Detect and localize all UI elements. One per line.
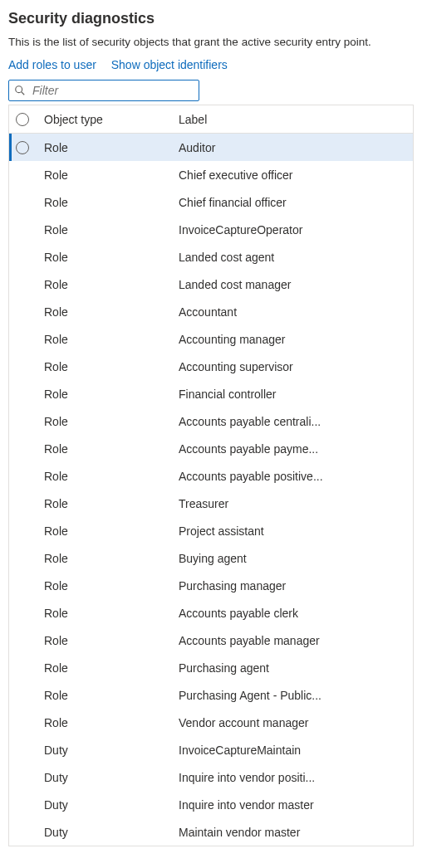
table-row[interactable]: RoleAccounting supervisor — [9, 353, 413, 380]
table-row[interactable]: RoleAuditor — [9, 134, 413, 161]
search-icon — [14, 85, 26, 96]
cell-object-type: Role — [44, 333, 179, 346]
cell-label: Accounts payable payme... — [179, 442, 413, 456]
cell-object-type: Role — [44, 579, 179, 592]
cell-object-type: Role — [44, 168, 179, 182]
table-row[interactable]: RolePurchasing Agent - Public... — [9, 681, 413, 709]
cell-object-type: Role — [44, 305, 179, 319]
cell-object-type: Role — [44, 251, 179, 264]
cell-label: Purchasing manager — [179, 579, 413, 592]
cell-label: Accounts payable clerk — [179, 607, 413, 620]
table-row[interactable]: RoleChief financial officer — [9, 188, 413, 216]
cell-object-type: Role — [44, 661, 179, 675]
table-row[interactable]: DutyInvoiceCaptureMaintain — [9, 736, 413, 763]
cell-label: Chief financial officer — [179, 196, 413, 209]
cell-object-type: Role — [44, 442, 179, 456]
cell-object-type: Role — [44, 415, 179, 428]
cell-label: Landed cost agent — [179, 251, 413, 264]
table-row[interactable]: RoleChief executive officer — [9, 161, 413, 188]
cell-label: Accounts payable centrali... — [179, 415, 413, 428]
cell-object-type: Role — [44, 634, 179, 647]
cell-label: Accounts payable manager — [179, 634, 413, 647]
cell-object-type: Role — [44, 716, 179, 729]
cell-object-type: Role — [44, 607, 179, 620]
table-row[interactable]: RoleLanded cost agent — [9, 243, 413, 271]
cell-label: Financial controller — [179, 388, 413, 401]
cell-object-type: Role — [44, 552, 179, 565]
cell-object-type: Role — [44, 689, 179, 702]
table-row[interactable]: DutyInquire into vendor positi... — [9, 763, 413, 791]
cell-object-type: Role — [44, 196, 179, 209]
table-row[interactable]: RoleBuying agent — [9, 544, 413, 572]
row-radio[interactable] — [16, 141, 29, 154]
table-row[interactable]: RoleLanded cost manager — [9, 271, 413, 298]
col-header-object-type[interactable]: Object type — [44, 113, 179, 126]
table-row[interactable]: RoleFinancial controller — [9, 380, 413, 407]
cell-object-type: Role — [44, 223, 179, 237]
row-select-cell[interactable] — [16, 141, 44, 154]
table-row[interactable]: RoleProject assistant — [9, 517, 413, 544]
cell-object-type: Duty — [44, 771, 179, 784]
cell-label: Accountant — [179, 305, 413, 319]
cell-label: Landed cost manager — [179, 278, 413, 291]
table-row[interactable]: RolePurchasing manager — [9, 572, 413, 599]
cell-label: Auditor — [179, 141, 413, 154]
cell-label: Chief executive officer — [179, 168, 413, 182]
cell-label: Inquire into vendor positi... — [179, 771, 413, 784]
cell-object-type: Role — [44, 470, 179, 483]
svg-point-0 — [16, 86, 22, 93]
cell-object-type: Role — [44, 388, 179, 401]
select-all-cell[interactable] — [16, 113, 44, 126]
cell-label: Accounts payable positive... — [179, 470, 413, 483]
table-row[interactable]: DutyMaintain vendor master — [9, 818, 413, 846]
select-all-radio[interactable] — [16, 113, 29, 126]
page-subtitle: This is the list of security objects tha… — [8, 36, 414, 48]
cell-object-type: Role — [44, 360, 179, 373]
table-row[interactable]: RoleAccounts payable clerk — [9, 599, 413, 627]
col-header-label[interactable]: Label — [179, 113, 413, 126]
add-roles-link[interactable]: Add roles to user — [8, 58, 96, 71]
cell-object-type: Duty — [44, 744, 179, 757]
cell-object-type: Duty — [44, 798, 179, 812]
cell-label: InvoiceCaptureMaintain — [179, 744, 413, 757]
cell-label: Purchasing Agent - Public... — [179, 689, 413, 702]
table-row[interactable]: RoleAccountant — [9, 298, 413, 325]
svg-line-1 — [22, 92, 25, 95]
cell-label: Project assistant — [179, 524, 413, 538]
cell-label: Vendor account manager — [179, 716, 413, 729]
table-row[interactable]: RoleInvoiceCaptureOperator — [9, 216, 413, 243]
cell-object-type: Role — [44, 141, 179, 154]
cell-label: Maintain vendor master — [179, 826, 413, 839]
cell-label: InvoiceCaptureOperator — [179, 223, 413, 237]
table-row[interactable]: DutyInquire into vendor master — [9, 791, 413, 818]
filter-input[interactable] — [31, 83, 194, 98]
cell-object-type: Role — [44, 524, 179, 538]
security-grid: Object type Label RoleAuditorRoleChief e… — [8, 105, 414, 846]
cell-label: Accounting manager — [179, 333, 413, 346]
show-object-ids-link[interactable]: Show object identifiers — [111, 58, 228, 71]
table-row[interactable]: RoleTreasurer — [9, 490, 413, 517]
cell-object-type: Role — [44, 497, 179, 510]
table-row[interactable]: RoleAccounts payable manager — [9, 627, 413, 654]
table-row[interactable]: RoleAccounts payable positive... — [9, 462, 413, 490]
table-row[interactable]: RoleVendor account manager — [9, 709, 413, 736]
table-row[interactable]: RoleAccounting manager — [9, 325, 413, 353]
cell-label: Treasurer — [179, 497, 413, 510]
cell-label: Purchasing agent — [179, 661, 413, 675]
grid-header: Object type Label — [9, 105, 413, 134]
table-row[interactable]: RoleAccounts payable payme... — [9, 435, 413, 462]
filter-box[interactable] — [8, 80, 199, 101]
cell-label: Inquire into vendor master — [179, 798, 413, 812]
table-row[interactable]: RolePurchasing agent — [9, 654, 413, 681]
cell-label: Buying agent — [179, 552, 413, 565]
page-title: Security diagnostics — [8, 10, 414, 27]
cell-label: Accounting supervisor — [179, 360, 413, 373]
cell-object-type: Duty — [44, 826, 179, 839]
table-row[interactable]: RoleAccounts payable centrali... — [9, 407, 413, 435]
cell-object-type: Role — [44, 278, 179, 291]
action-bar: Add roles to user Show object identifier… — [8, 58, 414, 71]
